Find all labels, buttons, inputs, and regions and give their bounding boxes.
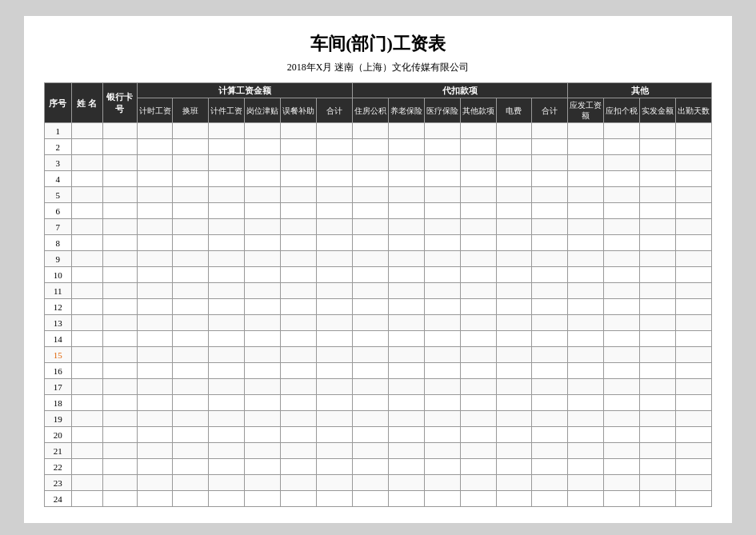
group-calc: 计算工资金额 xyxy=(137,83,352,98)
row-cell xyxy=(317,139,353,155)
row-cell xyxy=(209,475,245,491)
row-cell xyxy=(137,491,173,507)
row-cell xyxy=(532,235,568,251)
row-cell xyxy=(281,267,317,283)
row-cell xyxy=(137,443,173,459)
row-cell xyxy=(388,171,424,187)
row-number: 11 xyxy=(45,283,72,299)
row-cell xyxy=(568,411,604,427)
row-cell xyxy=(173,395,209,411)
row-cell xyxy=(640,459,676,475)
row-cell xyxy=(137,203,173,219)
table-row: 12 xyxy=(45,299,712,315)
table-row: 18 xyxy=(45,395,712,411)
row-cell xyxy=(137,363,173,379)
row-cell xyxy=(460,395,496,411)
row-cell xyxy=(388,299,424,315)
row-cell xyxy=(424,171,460,187)
row-cell xyxy=(209,459,245,475)
row-cell xyxy=(102,219,137,235)
row-cell xyxy=(640,203,676,219)
row-cell xyxy=(317,187,353,203)
row-cell xyxy=(460,299,496,315)
row-cell xyxy=(496,251,532,267)
row-cell xyxy=(173,267,209,283)
row-cell xyxy=(245,395,281,411)
row-cell xyxy=(245,251,281,267)
row-cell xyxy=(604,475,640,491)
row-cell xyxy=(245,315,281,331)
col-hourly: 计时工资 xyxy=(137,98,173,123)
row-cell xyxy=(173,299,209,315)
row-cell xyxy=(532,155,568,171)
row-cell xyxy=(424,235,460,251)
row-cell xyxy=(424,187,460,203)
row-cell xyxy=(532,459,568,475)
table-row: 4 xyxy=(45,171,712,187)
row-cell xyxy=(245,363,281,379)
row-cell xyxy=(317,219,353,235)
row-cell xyxy=(209,187,245,203)
row-cell xyxy=(71,267,102,283)
row-number: 6 xyxy=(45,203,72,219)
row-cell xyxy=(568,139,604,155)
row-cell xyxy=(532,475,568,491)
row-cell xyxy=(245,267,281,283)
row-cell xyxy=(102,443,137,459)
row-cell xyxy=(496,299,532,315)
row-cell xyxy=(532,219,568,235)
row-cell xyxy=(388,267,424,283)
table-row: 2 xyxy=(45,139,712,155)
row-cell xyxy=(424,491,460,507)
row-cell xyxy=(675,123,711,139)
row-cell xyxy=(71,315,102,331)
row-cell xyxy=(173,203,209,219)
row-cell xyxy=(209,251,245,267)
row-cell xyxy=(209,171,245,187)
row-cell xyxy=(388,347,424,363)
row-cell xyxy=(173,379,209,395)
row-cell xyxy=(568,171,604,187)
row-cell xyxy=(352,347,388,363)
row-cell xyxy=(173,347,209,363)
row-cell xyxy=(173,427,209,443)
row-cell xyxy=(173,411,209,427)
row-cell xyxy=(209,411,245,427)
row-cell xyxy=(102,459,137,475)
row-cell xyxy=(568,155,604,171)
row-cell xyxy=(424,443,460,459)
row-cell xyxy=(640,427,676,443)
row-cell xyxy=(281,347,317,363)
table-row: 7 xyxy=(45,219,712,235)
row-cell xyxy=(460,219,496,235)
row-cell xyxy=(209,283,245,299)
table-row: 23 xyxy=(45,475,712,491)
row-cell xyxy=(460,203,496,219)
row-number: 9 xyxy=(45,251,72,267)
row-cell xyxy=(388,155,424,171)
row-cell xyxy=(281,123,317,139)
row-cell xyxy=(71,331,102,347)
row-cell xyxy=(604,427,640,443)
row-cell xyxy=(568,315,604,331)
row-cell xyxy=(388,331,424,347)
row-cell xyxy=(496,155,532,171)
row-number: 4 xyxy=(45,171,72,187)
row-cell xyxy=(281,459,317,475)
row-cell xyxy=(102,251,137,267)
table-row: 20 xyxy=(45,427,712,443)
row-cell xyxy=(245,411,281,427)
row-cell xyxy=(137,459,173,475)
row-cell xyxy=(568,347,604,363)
row-cell xyxy=(388,379,424,395)
row-number: 7 xyxy=(45,219,72,235)
row-cell xyxy=(675,283,711,299)
row-cell xyxy=(532,443,568,459)
row-cell xyxy=(137,379,173,395)
table-row: 24 xyxy=(45,491,712,507)
row-cell xyxy=(71,251,102,267)
salary-table: 序号 姓 名 银行卡号 计算工资金额 代扣款项 其他 计时工资 换班 计件工资 … xyxy=(44,82,712,507)
row-cell xyxy=(173,331,209,347)
row-cell xyxy=(388,491,424,507)
row-cell xyxy=(604,411,640,427)
